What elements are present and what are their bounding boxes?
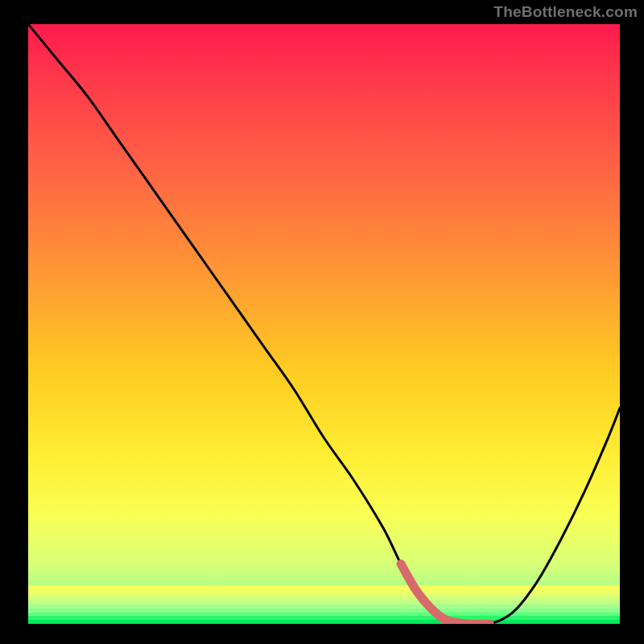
- watermark-text: TheBottleneck.com: [493, 3, 638, 21]
- bottleneck-curve-path: [28, 24, 620, 624]
- curve-svg: [28, 24, 620, 624]
- chart-frame: TheBottleneck.com: [0, 0, 644, 644]
- plot-area: [28, 24, 620, 624]
- highlight-segment: [401, 564, 489, 625]
